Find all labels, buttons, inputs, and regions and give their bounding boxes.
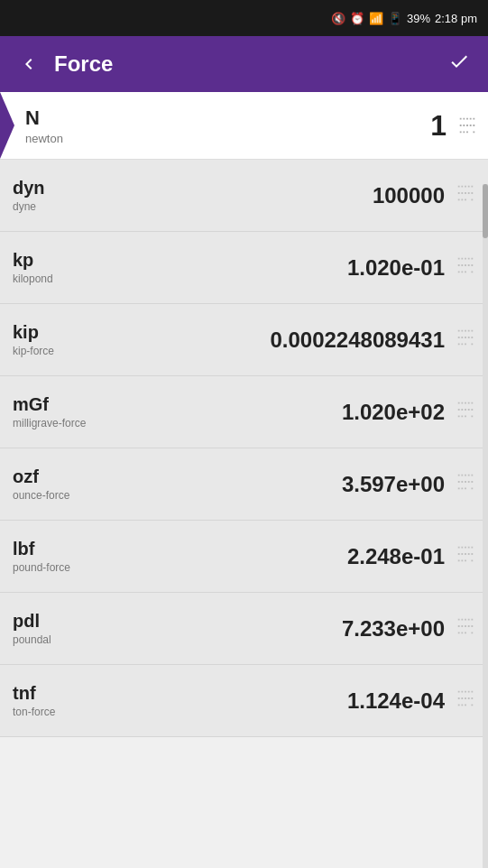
filter-icon[interactable]: [456, 472, 475, 496]
active-unit-info: N newton: [14, 97, 430, 154]
filter-icon[interactable]: [456, 183, 475, 208]
unit-value: 0.0002248089431: [270, 328, 456, 353]
active-unit-value: 1: [430, 109, 457, 143]
page-title: Force: [47, 51, 441, 77]
filter-icon[interactable]: [456, 688, 475, 713]
unit-rows-container: dyn dyne 100000 kp kilopond 1.020e-01: [0, 160, 488, 737]
battery-text: 39%: [407, 12, 430, 25]
unit-row[interactable]: mGf milligrave-force 1.020e+02: [0, 376, 488, 448]
unit-info: mGf milligrave-force: [13, 394, 342, 429]
unit-symbol: pdl: [13, 611, 342, 632]
unit-value: 1.020e-01: [347, 255, 456, 281]
unit-row[interactable]: dyn dyne 100000: [0, 160, 488, 232]
unit-symbol: mGf: [13, 394, 342, 415]
toolbar: Force: [0, 36, 488, 92]
time-text: 2:18 pm: [435, 12, 477, 25]
filter-icon[interactable]: [456, 255, 475, 280]
filter-icon[interactable]: [456, 400, 475, 424]
status-bar: 🔇 ⏰ 📶 📱 39% 2:18 pm: [0, 0, 488, 36]
unit-name: pound-force: [13, 561, 347, 574]
confirm-button[interactable]: [441, 43, 477, 85]
filter-icon[interactable]: [456, 328, 475, 352]
filter-icon[interactable]: [457, 115, 488, 135]
unit-symbol: lbf: [13, 539, 347, 559]
unit-row[interactable]: kp kilopond 1.020e-01: [0, 232, 488, 304]
active-indicator: [0, 92, 14, 159]
unit-symbol: kp: [13, 250, 347, 271]
unit-name: dyne: [13, 200, 373, 213]
unit-name: kilopond: [13, 272, 347, 285]
active-unit-name: newton: [25, 132, 419, 145]
unit-name: kip-force: [13, 345, 270, 357]
alarm-icon: ⏰: [350, 12, 364, 25]
unit-row[interactable]: tnf ton-force 1.124e-04: [0, 665, 488, 737]
unit-value: 1.124e-04: [347, 688, 456, 714]
unit-info: lbf pound-force: [13, 539, 347, 574]
unit-info: pdl poundal: [13, 611, 342, 646]
wifi-icon: 📶: [369, 12, 383, 25]
unit-value: 7.233e+00: [342, 616, 456, 642]
unit-info: kip kip-force: [13, 322, 270, 357]
unit-name: milligrave-force: [13, 417, 342, 429]
unit-info: kp kilopond: [13, 250, 347, 285]
unit-name: ounce-force: [13, 489, 342, 502]
unit-row[interactable]: kip kip-force 0.0002248089431: [0, 304, 488, 376]
unit-info: ozf ounce-force: [13, 466, 342, 502]
status-icons: 🔇 ⏰ 📶 📱 39% 2:18 pm: [331, 12, 477, 25]
unit-value: 3.597e+00: [342, 472, 456, 497]
scrollbar-track[interactable]: [483, 184, 488, 868]
unit-symbol: dyn: [13, 178, 373, 199]
filter-icon[interactable]: [456, 616, 475, 641]
back-button[interactable]: [11, 46, 47, 82]
unit-symbol: kip: [13, 322, 270, 343]
unit-symbol: tnf: [13, 683, 347, 704]
unit-row[interactable]: lbf pound-force 2.248e-01: [0, 521, 488, 593]
unit-info: dyn dyne: [13, 178, 373, 213]
unit-info: tnf ton-force: [13, 683, 347, 718]
filter-icon[interactable]: [456, 544, 475, 568]
unit-row[interactable]: pdl poundal 7.233e+00: [0, 593, 488, 665]
unit-name: poundal: [13, 633, 342, 646]
unit-name: ton-force: [13, 706, 347, 718]
unit-symbol: ozf: [13, 466, 342, 487]
active-unit-symbol: N: [25, 106, 419, 130]
unit-value: 1.020e+02: [342, 400, 456, 425]
mute-icon: 🔇: [331, 12, 345, 25]
signal-icon: 📱: [388, 12, 402, 25]
unit-row[interactable]: ozf ounce-force 3.597e+00: [0, 448, 488, 521]
content-area: N newton 1 dyn dyne 100000 kp ki: [0, 92, 488, 737]
unit-value: 100000: [373, 183, 456, 208]
unit-value: 2.248e-01: [347, 544, 456, 569]
active-unit-row[interactable]: N newton 1: [0, 92, 488, 160]
scrollbar-thumb[interactable]: [483, 184, 488, 238]
